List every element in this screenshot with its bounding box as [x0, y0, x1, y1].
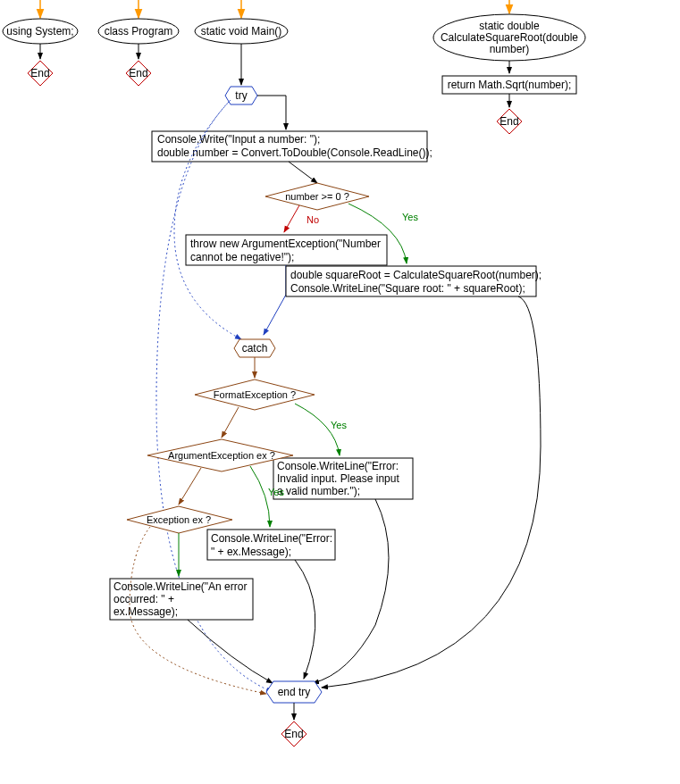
svg-line-13: [179, 468, 201, 505]
sqrt-l2: Console.WriteLine("Square root: " + squa…: [290, 282, 525, 295]
class-program-label: class Program: [105, 25, 173, 38]
try-label: try: [235, 89, 247, 102]
try-node: try: [225, 87, 257, 104]
end-label-1: End: [30, 67, 49, 79]
end-node-3: End: [281, 721, 306, 746]
end-label-2: End: [129, 67, 147, 79]
end-try-node: end try: [266, 681, 322, 703]
err-ex-l1: Console.WriteLine("An error: [113, 580, 247, 593]
cond-argex: ArgumentException ex ?: [147, 439, 293, 471]
using-system-label: using System;: [6, 25, 73, 38]
throw-l2: cannot be negative!");: [190, 251, 294, 263]
svg-line-9: [289, 162, 317, 183]
end-try-label: end try: [278, 686, 311, 698]
yes-label-1: Yes: [402, 212, 418, 222]
err-ex-l2: occurred: " +: [113, 593, 174, 605]
col-main: static void Main() try Console.Write("In…: [110, 0, 541, 746]
cond-ex-label: Exception ex ?: [147, 514, 211, 525]
end-label-4: End: [500, 115, 518, 128]
svg-line-10: [284, 205, 299, 232]
col-using-system: using System; End: [3, 0, 78, 86]
return-sqrt-label: return Math.Sqrt(number);: [448, 79, 572, 91]
yes-label-3: Yes: [268, 487, 284, 497]
end-node-1: End: [28, 61, 53, 86]
end-node-4: End: [497, 109, 522, 134]
cond-argex-label: ArgumentException ex ?: [168, 450, 275, 461]
input-l2: double number = Convert.ToDouble(Console…: [157, 146, 432, 159]
err-format-l2: Invalid input. Please input: [277, 472, 399, 485]
calc-sqrt-l3: number): [490, 43, 530, 55]
no-label-1: No: [306, 214, 319, 225]
catch-label: catch: [242, 342, 268, 354]
calc-sqrt-l2: CalculateSquareRoot(double: [441, 31, 578, 44]
col-calc-sqrt: static double CalculateSquareRoot(double…: [433, 0, 585, 134]
err-format-l1: Console.WriteLine("Error:: [277, 460, 399, 472]
throw-l1: throw new ArgumentException("Number: [190, 238, 381, 250]
yes-label-2: Yes: [331, 420, 347, 430]
cond-format: FormatException ?: [195, 379, 315, 410]
main-label: static void Main(): [201, 25, 282, 38]
cond-format-label: FormatException ?: [214, 389, 296, 400]
err-format-l3: a valid number.");: [277, 485, 360, 497]
svg-line-12: [222, 407, 239, 438]
sqrt-l1: double squareRoot = CalculateSquareRoot(…: [290, 269, 541, 281]
end-node-2: End: [126, 61, 151, 86]
flowchart-canvas: using System; End class Program End stat…: [0, 0, 680, 784]
calc-sqrt-l1: static double: [479, 20, 540, 32]
end-label-3: End: [284, 728, 303, 740]
err-argex-l2: " + ex.Message);: [211, 546, 291, 558]
err-ex-l3: ex.Message);: [113, 605, 178, 618]
catch-node: catch: [234, 339, 275, 357]
input-l1: Console.Write("Input a number: ");: [157, 133, 320, 146]
col-class-program: class Program End: [98, 0, 179, 86]
cond-number-label: number >= 0 ?: [285, 191, 349, 202]
err-argex-l1: Console.WriteLine("Error:: [211, 532, 332, 545]
